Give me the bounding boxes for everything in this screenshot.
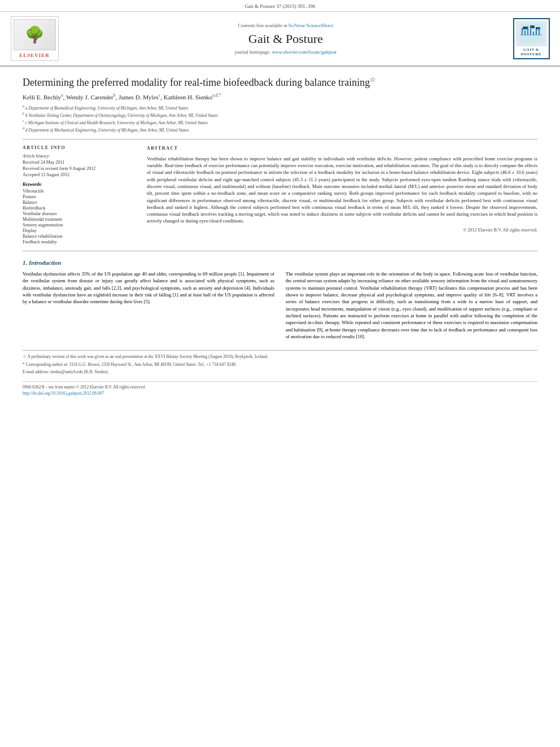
intro-left-text: Vestibular dysfunction affects 35% of th…	[23, 270, 274, 305]
journal-center: Contents lists available at SciVerse Sci…	[65, 16, 506, 61]
elsevier-label: ELSEVIER	[14, 53, 56, 58]
intro-right-col: The vestibular system plays an important…	[286, 270, 537, 343]
received-date: Received 24 May 2011	[23, 160, 135, 165]
revised-date: Received in revised form 9 August 2012	[23, 166, 135, 171]
affiliation-a: a a Department of Biomedical Engineering…	[23, 104, 537, 111]
divider-2	[23, 251, 537, 251]
svg-rect-9	[533, 32, 534, 35]
keyword-6: Multimodal treatment	[23, 217, 135, 222]
svg-rect-11	[539, 28, 540, 35]
copyright-line: © 2012 Elsevier B.V. All rights reserved…	[147, 227, 537, 234]
intro-title: 1. Introduction	[23, 259, 537, 266]
keyword-10: Feedback modality	[23, 239, 135, 244]
journal-homepage: journal homepage: www.elsevier.com/locat…	[65, 49, 506, 55]
keyword-2: Posture	[23, 194, 135, 199]
keyword-5: Vestibular diseases	[23, 211, 135, 216]
elsevier-tree-image: 🌳	[14, 19, 56, 50]
sciverse-link[interactable]: SciVerse ScienceDirect	[288, 23, 334, 28]
gp-logo-image	[516, 21, 547, 46]
elsevier-logo: 🌳 ELSEVIER	[9, 16, 60, 61]
keyword-9: Balance rehabilitation	[23, 234, 135, 239]
gait-posture-logo: GAIT &POSTURE	[511, 16, 551, 61]
keyword-7: Sensory augmentation	[23, 222, 135, 228]
title-star: ☆	[370, 76, 376, 84]
authors-line: Kelli E. Bechlya, Wendy J. Carenderb, Ja…	[23, 93, 537, 101]
main-content: Determining the preferred modality for r…	[0, 67, 560, 405]
article-title: Determining the preferred modality for r…	[23, 76, 537, 89]
journal-title: Gait & Posture	[65, 32, 506, 46]
article-info-abstract: ARTICLE INFO Article history: Received 2…	[23, 145, 537, 245]
available-text: Contents lists available at	[238, 23, 288, 28]
abstract-text: Vestibular rehabilitation therapy has be…	[147, 155, 537, 225]
footer-area: 0966-6362/$ – see front matter © 2012 El…	[23, 381, 537, 396]
history-label: Article history:	[23, 154, 135, 159]
keyword-4: Biofeedback	[23, 206, 135, 211]
accepted-date: Accepted 13 August 2012	[23, 172, 135, 177]
svg-rect-8	[530, 29, 531, 35]
affiliation-c: c c Michigan Institute of Clinical and H…	[23, 119, 537, 126]
intro-body: Vestibular dysfunction affects 35% of th…	[23, 270, 537, 343]
doi-link[interactable]: http://dx.doi.org/10.1016/j.gaitpost.201…	[23, 391, 104, 396]
keyword-3: Balance	[23, 200, 135, 205]
intro-right-text: The vestibular system plays an important…	[286, 270, 537, 340]
abstract-col: ABSTRACT Vestibular rehabilitation thera…	[147, 145, 537, 245]
svg-rect-2	[530, 25, 535, 28]
footnote-1: ☆ A preliminary version of this work was…	[23, 354, 537, 360]
tree-icon: 🌳	[25, 27, 45, 43]
abstract-label: ABSTRACT	[147, 145, 537, 152]
footnote-area: ☆ A preliminary version of this work was…	[23, 350, 537, 375]
svg-rect-10	[536, 29, 537, 35]
svg-rect-7	[527, 27, 528, 35]
svg-rect-5	[522, 28, 523, 35]
citation-text: Gait & Posture 37 (2013) 391–396	[244, 3, 315, 9]
homepage-link[interactable]: www.elsevier.com/locate/gaitpost	[272, 49, 336, 55]
affiliation-b: b b Vestibular Testing Center, Departmen…	[23, 111, 537, 119]
svg-rect-6	[524, 30, 526, 35]
homepage-label: journal homepage:	[235, 49, 272, 55]
affiliations: a a Department of Biomedical Engineering…	[23, 104, 537, 133]
keywords-label: Keywords:	[23, 182, 135, 187]
article-info-col: ARTICLE INFO Article history: Received 2…	[23, 145, 135, 245]
footnote-email: E-mail address: sienko@umich.edu (K.H. S…	[23, 369, 537, 375]
gp-label: GAIT &POSTURE	[516, 47, 547, 56]
introduction-section: 1. Introduction Vestibular dysfunction a…	[23, 259, 537, 343]
title-text: Determining the preferred modality for r…	[23, 77, 370, 88]
divider-1	[23, 139, 537, 139]
affiliation-d: d d Department of Mechanical Engineering…	[23, 126, 537, 133]
intro-left-col: Vestibular dysfunction affects 35% of th…	[23, 270, 274, 343]
footnote-2: * Corresponding author at: 3116 G.G. Bro…	[23, 362, 537, 368]
citation-bar: Gait & Posture 37 (2013) 391–396	[0, 0, 560, 12]
keyword-8: Display	[23, 228, 135, 233]
issn-line: 0966-6362/$ – see front matter © 2012 El…	[23, 385, 537, 390]
journal-header: 🌳 ELSEVIER Contents lists available at S…	[0, 12, 560, 67]
keyword-1: Vibrotactile	[23, 189, 135, 194]
article-info-label: ARTICLE INFO	[23, 145, 135, 150]
available-line: Contents lists available at SciVerse Sci…	[65, 23, 506, 28]
